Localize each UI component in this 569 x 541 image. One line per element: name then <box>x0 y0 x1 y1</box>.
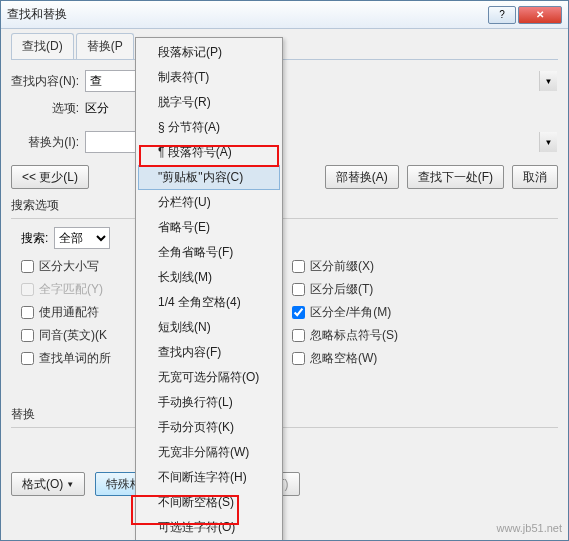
format-button-row: 格式(O)▼ 特殊格式(E)▼ 不限定格式(T) <box>11 472 558 496</box>
menu-item-find-what-text[interactable]: 查找内容(F) <box>138 340 280 365</box>
titlebar: 查找和替换 ? ✕ <box>1 1 568 29</box>
menu-item-quarter-em-space[interactable]: 1/4 全角空格(4) <box>138 290 280 315</box>
menu-item-full-ellipsis[interactable]: 全角省略号(F) <box>138 240 280 265</box>
check-ignore-punct[interactable]: 忽略标点符号(S) <box>282 324 558 347</box>
replace-row: 替换为(I): ▼ <box>11 131 558 153</box>
replace-section-title: 替换 <box>11 406 558 423</box>
menu-item-nonbreak-space[interactable]: 不间断空格(S) <box>138 490 280 515</box>
find-label: 查找内容(N): <box>11 73 79 90</box>
dialog-window: 查找和替换 ? ✕ 查找(D) 替换(P 查找内容(N): ▼ 选项: 区分 替… <box>0 0 569 541</box>
titlebar-buttons: ? ✕ <box>488 6 562 24</box>
menu-item-paragraph-mark[interactable]: 段落标记(P) <box>138 40 280 65</box>
chevron-down-icon[interactable]: ▼ <box>539 71 557 91</box>
tab-strip: 查找(D) 替换(P <box>11 33 558 60</box>
menu-item-manual-line-break[interactable]: 手动换行符(L) <box>138 390 280 415</box>
find-next-button[interactable]: 查找下一处(F) <box>407 165 504 189</box>
menu-item-ellipsis[interactable]: 省略号(E) <box>138 215 280 240</box>
menu-item-clipboard-contents[interactable]: "剪贴板"内容(C) <box>138 165 280 190</box>
search-direction-select[interactable]: 全部 <box>54 227 110 249</box>
menu-item-column-break[interactable]: 分栏符(U) <box>138 190 280 215</box>
less-button[interactable]: << 更少(L) <box>11 165 89 189</box>
check-prefix[interactable]: 区分前缀(X) <box>282 255 558 278</box>
search-options-section: 搜索: 全部 区分大小写 全字匹配(Y) 使用通配符 同音(英文)(K 查找单词… <box>11 218 558 370</box>
menu-item-nowidth-nonbreak[interactable]: 无宽非分隔符(W) <box>138 440 280 465</box>
search-options-title: 搜索选项 <box>11 197 558 214</box>
replace-label: 替换为(I): <box>11 134 79 151</box>
special-format-menu: 段落标记(P) 制表符(T) 脱字号(R) § 分节符(A) ¶ 段落符号(A)… <box>135 37 283 541</box>
check-ignore-space[interactable]: 忽略空格(W) <box>282 347 558 370</box>
menu-item-section-break[interactable]: § 分节符(A) <box>138 115 280 140</box>
search-direction-label: 搜索: <box>21 230 48 247</box>
replace-section: 格式(O)▼ 特殊格式(E)▼ 不限定格式(T) <box>11 427 558 496</box>
options-row: 选项: 区分 <box>11 100 558 117</box>
chevron-down-icon[interactable]: ▼ <box>539 132 557 152</box>
menu-item-nonbreak-hyphen[interactable]: 不间断连字符(H) <box>138 465 280 490</box>
window-title: 查找和替换 <box>7 6 488 23</box>
options-value: 区分 <box>85 100 109 117</box>
menu-item-caret[interactable]: 脱字号(R) <box>138 90 280 115</box>
menu-item-tab-char[interactable]: 制表符(T) <box>138 65 280 90</box>
tab-find[interactable]: 查找(D) <box>11 33 74 59</box>
check-suffix[interactable]: 区分后缀(T) <box>282 278 558 301</box>
search-direction-row: 搜索: 全部 <box>11 225 558 255</box>
options-columns: 区分大小写 全字匹配(Y) 使用通配符 同音(英文)(K 查找单词的所 区分前缀… <box>11 255 558 370</box>
tab-replace[interactable]: 替换(P <box>76 33 134 59</box>
chevron-down-icon: ▼ <box>66 480 74 489</box>
menu-item-optional-hyphen[interactable]: 可选连字符(O) <box>138 515 280 540</box>
help-button[interactable]: ? <box>488 6 516 24</box>
find-row: 查找内容(N): ▼ <box>11 70 558 92</box>
options-col-right: 区分前缀(X) 区分后缀(T) 区分全/半角(M) 忽略标点符号(S) 忽略空格… <box>262 255 558 370</box>
menu-item-nowidth-optional-break[interactable]: 无宽可选分隔符(O) <box>138 365 280 390</box>
watermark: www.jb51.net <box>497 522 562 534</box>
check-full-half-width[interactable]: 区分全/半角(M) <box>282 301 558 324</box>
menu-item-manual-page-break[interactable]: 手动分页符(K) <box>138 415 280 440</box>
format-button[interactable]: 格式(O)▼ <box>11 472 85 496</box>
replace-all-button[interactable]: 部替换(A) <box>325 165 399 189</box>
action-button-row: << 更少(L) 部替换(A) 查找下一处(F) 取消 <box>11 165 558 189</box>
menu-item-em-dash[interactable]: 长划线(M) <box>138 265 280 290</box>
options-label: 选项: <box>11 100 79 117</box>
menu-item-en-dash[interactable]: 短划线(N) <box>138 315 280 340</box>
dialog-content: 查找(D) 替换(P 查找内容(N): ▼ 选项: 区分 替换为(I): ▼ <… <box>1 29 568 504</box>
cancel-button[interactable]: 取消 <box>512 165 558 189</box>
menu-item-paragraph-symbol[interactable]: ¶ 段落符号(A) <box>138 140 280 165</box>
close-button[interactable]: ✕ <box>518 6 562 24</box>
